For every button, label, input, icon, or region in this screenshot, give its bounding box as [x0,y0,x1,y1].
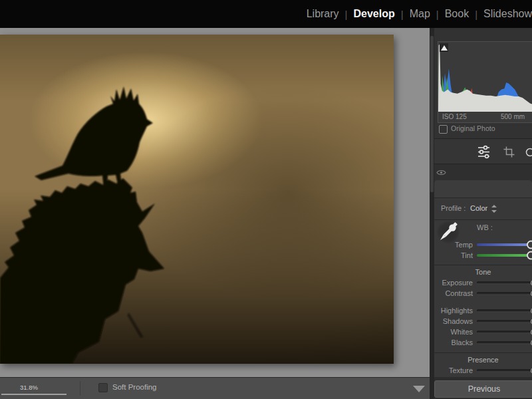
highlights-slider-row: Highlights [434,305,532,316]
iso-value: ISO 125 [442,113,467,120]
profile-row: Profile : Color [434,198,532,220]
zoom-slider[interactable] [1,394,66,395]
module-tab-develop[interactable]: Develop [354,8,395,20]
module-separator: | [475,9,477,20]
temp-slider-row: Temp [434,239,532,250]
panel-scrollbar[interactable] [430,28,434,399]
profile-value[interactable]: Color [470,204,487,212]
whites-slider-track[interactable] [477,331,532,333]
contrast-slider-row: Contrast [434,288,532,299]
adjust-sliders-icon[interactable] [477,145,491,160]
wb-label: WB : [477,223,493,231]
eye-icon[interactable] [436,169,446,178]
tone-group-spacer [434,299,532,305]
basic-panel-card: Profile : Color [434,180,532,377]
texture-slider-label: Texture [434,366,473,374]
crop-icon[interactable] [503,146,515,159]
whites-slider-label: Whites [434,328,473,336]
focal-length-value: 500 mm [501,113,525,120]
panel-footer: Previous [434,377,532,399]
presence-title: Presence [434,356,532,365]
heal-icon[interactable] [525,148,532,158]
histogram-channel-luminance [438,44,532,112]
blacks-slider-row: Blacks [434,337,532,348]
tone-sliders: ExposureContrastHighlightsShadowsWhitesB… [434,277,532,348]
contrast-slider-label: Contrast [434,289,473,297]
twig-shape [127,313,144,338]
tint-slider-row: Tint [434,250,532,261]
shadows-slider-row: Shadows [434,316,532,327]
soft-proofing-checkbox[interactable] [98,383,108,392]
capture-info: ISO 125 500 mm [438,112,532,122]
white-balance-section: WB : TempTint [434,219,532,265]
toolbar-disclosure-icon[interactable] [413,386,425,392]
exposure-slider-label: Exposure [434,279,473,287]
original-photo-checkbox[interactable] [439,125,448,134]
whites-slider-row: Whites [434,327,532,337]
lightroom-window: Library|Develop|Map|Book|Slideshow [0,0,532,399]
temp-slider-track[interactable] [477,243,532,246]
previous-button[interactable]: Previous [434,380,532,398]
blacks-slider-label: Blacks [434,338,473,346]
bird-shape [35,86,153,188]
tint-slider-knob[interactable] [527,251,532,260]
module-tab-library[interactable]: Library [307,8,339,20]
module-picker: Library|Develop|Map|Book|Slideshow [0,0,532,28]
highlights-slider-track[interactable] [477,310,532,312]
module-tab-slideshow[interactable]: Slideshow [483,8,532,20]
profile-dropdown-icon[interactable] [491,205,497,213]
histogram-panel[interactable]: ISO 125 500 mm [438,41,532,123]
shadow-clipping-indicator[interactable] [440,43,448,52]
exposure-slider-track[interactable] [477,282,532,284]
tint-slider-track[interactable] [477,254,532,257]
exposure-slider-row: Exposure [434,277,532,288]
contrast-slider-track[interactable] [477,293,532,295]
tone-title: Tone [434,268,532,277]
tone-section: Tone ExposureContrastHighlightsShadowsWh… [434,265,532,353]
bird-silhouette-photo [0,35,394,364]
texture-slider-row: Texture [434,365,532,376]
bottom-toolbar: 31.8% Soft Proofing [0,377,430,399]
soft-proofing-label: Soft Proofing [112,383,156,391]
preview-toggle-row [434,164,532,180]
presence-sliders: Texture [434,365,532,376]
develop-panel: ISO 125 500 mm Original Photo [434,28,532,399]
shadow-clipping-triangle-icon [441,45,448,51]
blacks-slider-track[interactable] [477,342,532,344]
highlights-slider-label: Highlights [434,307,473,315]
module-separator: | [345,9,348,20]
workspace-background [0,28,430,377]
module-tab-map[interactable]: Map [410,8,430,20]
tool-strip [434,138,532,164]
scrollbar-thumb[interactable] [430,36,434,192]
texture-slider-track[interactable] [477,370,532,372]
module-separator: | [436,9,439,20]
basic-panel-header[interactable] [434,180,532,198]
module-separator: | [401,9,404,20]
shadows-slider-label: Shadows [434,317,473,325]
shadows-slider-track[interactable] [477,321,532,323]
module-tab-book[interactable]: Book [445,8,469,20]
original-photo-row: Original Photo [434,123,532,136]
profile-label: Profile : [441,204,466,212]
tint-slider-label: Tint [434,251,473,259]
original-photo-label: Original Photo [451,124,495,132]
toolbar-divider [80,381,80,396]
wb-sliders: TempTint [434,239,532,261]
temp-slider-label: Temp [434,241,473,249]
histogram-graph[interactable] [438,42,532,112]
temp-slider-knob[interactable] [527,241,532,249]
photo-canvas[interactable] [0,35,394,364]
zoom-level-value: 31.8% [20,384,38,391]
